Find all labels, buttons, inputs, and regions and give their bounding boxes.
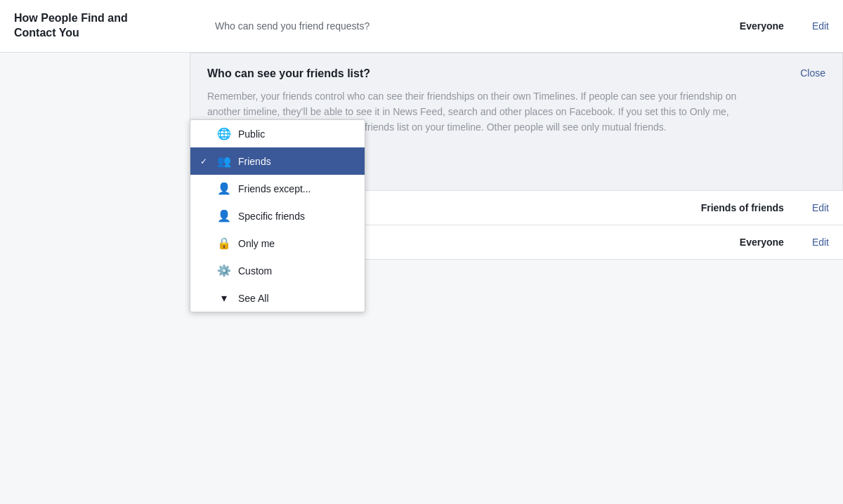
label-custom: Custom — [238, 265, 272, 277]
audience-dropdown-menu: Public ✓ Friends Friends except... Speci… — [190, 119, 365, 312]
dropdown-item-specific-friends[interactable]: Specific friends — [190, 202, 365, 230]
dropdown-item-see-all[interactable]: See All — [190, 284, 365, 312]
label-friends-except: Friends except... — [238, 183, 311, 194]
friend-request-edit-link[interactable]: Edit — [812, 20, 829, 32]
phone-value: Everyone — [740, 237, 784, 248]
dropdown-item-only-me[interactable]: Only me — [190, 230, 365, 257]
dropdown-item-friends[interactable]: ✓ Friends — [190, 147, 365, 175]
friends-except-icon — [217, 182, 231, 195]
chevron-down-icon — [217, 291, 231, 305]
section-title: How People Find and Contact You — [14, 11, 204, 41]
checkmark-friends: ✓ — [200, 157, 210, 166]
label-public: Public — [238, 128, 265, 140]
dropdown-item-friends-except[interactable]: Friends except... — [190, 175, 365, 202]
header-row: How People Find and Contact You Who can … — [0, 0, 843, 53]
page-container: How People Find and Contact You Who can … — [0, 0, 843, 504]
dropdown-item-custom[interactable]: Custom — [190, 257, 365, 284]
email-edit-link[interactable]: Edit — [812, 202, 829, 213]
friend-request-question: Who can send you friend requests? — [204, 20, 740, 32]
label-specific-friends: Specific friends — [238, 211, 305, 222]
lock-icon — [217, 237, 231, 250]
email-value: Friends of friends — [701, 202, 784, 213]
dropdown-item-public[interactable]: Public — [190, 120, 365, 147]
label-see-all: See All — [238, 293, 269, 304]
specific-friends-icon — [217, 209, 231, 223]
label-friends: Friends — [238, 156, 271, 167]
close-link[interactable]: Close — [800, 67, 825, 79]
globe-icon — [217, 127, 231, 140]
gear-icon — [217, 264, 231, 277]
friend-request-value: Everyone — [740, 20, 784, 32]
label-only-me: Only me — [238, 238, 275, 249]
panel-title: Who can see your friends list? — [207, 67, 825, 80]
phone-edit-link[interactable]: Edit — [812, 237, 829, 248]
friends-icon — [217, 154, 231, 168]
